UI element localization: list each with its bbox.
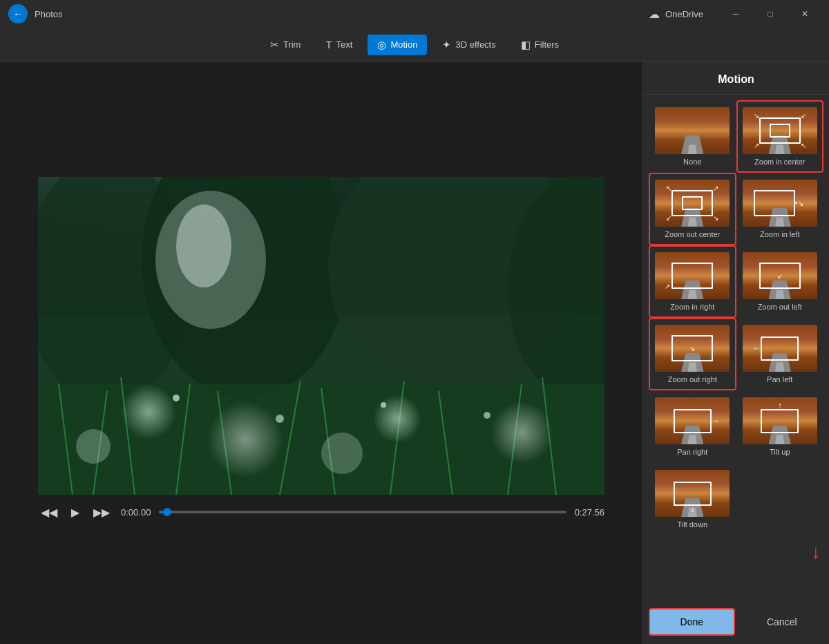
video-placeholder [38, 177, 604, 495]
motion-thumbnail-none [655, 107, 730, 154]
motion-overlay-pan-right: → [655, 397, 730, 444]
motion-overlay-pan-left: ← [743, 325, 817, 372]
right-panel: Motion None ↘ [642, 62, 829, 644]
motion-overlay-zoom-out-right: ↘ [655, 325, 730, 372]
motion-thumbnail-zoom-in-right: ↗ [655, 252, 730, 299]
current-time: 0:00.00 [121, 507, 151, 518]
title-bar-left: ← Photos [8, 4, 62, 23]
motion-icon: ◎ [377, 39, 386, 51]
app-title: Photos [35, 9, 62, 19]
motion-thumbnail-zoom-out-center: ↖ ↗ ↙ ↘ [655, 180, 730, 227]
motion-item-zoom-out-right[interactable]: ↘ Zoom out right [649, 318, 736, 390]
svg-point-26 [321, 433, 363, 474]
motion-overlay-zoom-in-right: ↗ [655, 252, 730, 299]
motion-item-zoom-in-left[interactable]: ↗↘ Zoom in left [736, 173, 824, 245]
motion-overlay-tilt-up: ↑ [743, 397, 817, 444]
motion-item-zoom-out-left[interactable]: ↙ Zoom out left [736, 245, 824, 318]
svg-point-30 [484, 412, 490, 419]
forward-button[interactable]: ▶▶ [90, 503, 113, 522]
title-bar: ← Photos ☁ OneDrive ─ □ ✕ [0, 0, 829, 28]
svg-point-24 [490, 401, 553, 464]
svg-point-29 [381, 402, 386, 408]
motion-label-tilt-down: Tilt down [677, 520, 707, 529]
motion-button[interactable]: ◎ Motion [368, 35, 427, 55]
motion-overlay-tilt-down: ↓ [655, 470, 730, 517]
progress-thumb [163, 508, 171, 516]
effects3d-button[interactable]: ✦ 3D effects [432, 35, 505, 55]
svg-point-23 [373, 395, 421, 443]
motion-label-zoom-out-center: Zoom out center [665, 230, 720, 238]
panel-title: Motion [643, 62, 829, 95]
motion-thumbnail-tilt-down: ↓ [655, 470, 730, 517]
text-button[interactable]: T Text [316, 35, 362, 55]
svg-point-25 [76, 429, 111, 464]
motion-thumbnail-pan-right: → [655, 397, 730, 444]
thumb-road-none [655, 107, 730, 154]
motion-thumbnail-zoom-out-left: ↙ [743, 252, 817, 299]
motion-label-zoom-in-right: Zoom in right [670, 303, 714, 311]
motion-item-none[interactable]: None [649, 100, 736, 173]
filters-button[interactable]: ◧ Filters [511, 35, 569, 55]
motion-overlay-zoom-in-center: ↘ ↙ ↗ ↖ [743, 107, 817, 154]
text-icon: T [325, 39, 332, 50]
svg-point-8 [176, 205, 231, 287]
toolbar: ✂ Trim T Text ◎ Motion ✦ 3D effects ◧ Fi… [0, 28, 829, 62]
motion-label-pan-right: Pan right [677, 448, 707, 456]
trim-button[interactable]: ✂ Trim [260, 35, 311, 55]
svg-point-21 [121, 384, 176, 439]
player-controls: ◀◀ ▶ ▶▶ 0:00.00 0:27.56 [38, 495, 604, 530]
back-button[interactable]: ← [8, 4, 28, 23]
panel-bottom: Done Cancel [643, 600, 829, 644]
motion-item-zoom-in-center[interactable]: ↘ ↙ ↗ ↖ Zoom in center [736, 100, 824, 173]
progress-bar[interactable] [159, 511, 566, 513]
motion-thumbnail-pan-left: ← [743, 325, 817, 372]
motion-thumbnail-zoom-out-right: ↘ [655, 325, 730, 372]
video-area: ◀◀ ▶ ▶▶ 0:00.00 0:27.56 [0, 62, 642, 644]
svg-point-22 [207, 401, 283, 477]
motion-label-none: None [683, 158, 701, 166]
motion-thumbnail-tilt-up: ↑ [743, 397, 817, 444]
svg-point-28 [276, 415, 284, 423]
motion-thumbnail-zoom-in-center: ↘ ↙ ↗ ↖ [743, 107, 817, 154]
motion-item-zoom-in-right[interactable]: ↗ Zoom in right [649, 245, 736, 318]
motion-label-tilt-up: Tilt up [770, 448, 790, 456]
motion-label-zoom-out-left: Zoom out left [758, 303, 802, 311]
red-arrow-icon: ↓ [811, 541, 821, 563]
play-button[interactable]: ▶ [68, 503, 82, 522]
motion-item-zoom-out-center[interactable]: ↖ ↗ ↙ ↘ Zoom out center [649, 173, 736, 245]
done-button[interactable]: Done [649, 608, 735, 636]
maximize-button[interactable]: □ [754, 3, 786, 25]
rewind-button[interactable]: ◀◀ [38, 503, 60, 522]
minimize-button[interactable]: ─ [720, 3, 752, 25]
cancel-button[interactable]: Cancel [741, 608, 824, 636]
trim-icon: ✂ [270, 39, 279, 51]
main-content: ◀◀ ▶ ▶▶ 0:00.00 0:27.56 Motion None [0, 62, 829, 644]
filters-icon: ◧ [521, 39, 531, 51]
scene-svg [38, 177, 604, 495]
motion-label-zoom-in-left: Zoom in left [760, 230, 799, 238]
motion-thumbnail-zoom-in-left: ↗↘ [743, 180, 817, 227]
motion-item-pan-left[interactable]: ← Pan left [736, 318, 824, 390]
duration: 0:27.56 [575, 507, 604, 518]
onedrive-label: OneDrive [665, 9, 703, 19]
video-container [38, 177, 604, 495]
arrow-indicator: ↓ [643, 541, 829, 563]
effects3d-icon: ✦ [442, 39, 451, 51]
title-bar-controls: ☁ OneDrive ─ □ ✕ [649, 3, 821, 25]
motion-label-pan-left: Pan left [767, 375, 792, 383]
onedrive-bar: ☁ OneDrive [649, 8, 703, 21]
motion-overlay-zoom-out-left: ↙ [743, 252, 817, 299]
motion-label-zoom-in-center: Zoom in center [754, 158, 805, 166]
motion-label-zoom-out-right: Zoom out right [668, 375, 717, 383]
motion-grid: None ↘ ↙ ↗ ↖ [643, 95, 829, 541]
motion-overlay-zoom-out-center: ↖ ↗ ↙ ↘ [655, 180, 730, 227]
motion-overlay-zoom-in-left: ↗↘ [743, 180, 817, 227]
onedrive-icon: ☁ [649, 8, 660, 21]
svg-point-27 [173, 395, 180, 401]
motion-item-pan-right[interactable]: → Pan right [649, 390, 736, 463]
close-button[interactable]: ✕ [789, 3, 821, 25]
motion-item-tilt-down[interactable]: ↓ Tilt down [649, 463, 736, 536]
motion-item-tilt-up[interactable]: ↑ Tilt up [736, 390, 824, 463]
